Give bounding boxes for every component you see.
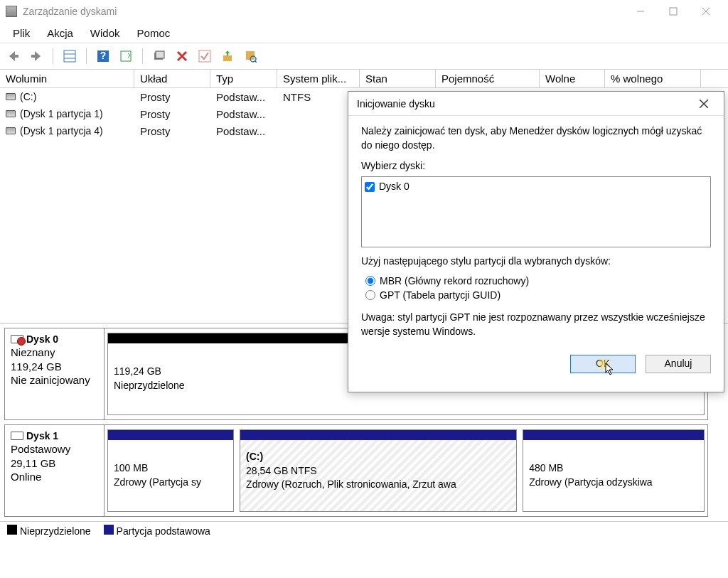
col-type[interactable]: Typ [210,70,277,87]
partition-bar [240,430,516,440]
svg-text:?: ? [100,50,107,61]
volume-icon [6,110,16,117]
svg-rect-1 [670,8,677,15]
disk-type: Nieznany [11,346,98,360]
cell-layout: Prosty [134,108,210,120]
partition[interactable]: 480 MB Zdrowy (Partycja odzyskiwa [523,429,705,512]
initialize-disk-dialog: Inicjowanie dysku Należy zainicjować ten… [348,91,724,392]
dialog-title-bar[interactable]: Inicjowanie dysku [348,92,724,116]
svg-rect-4 [14,55,18,58]
partition-size: 100 MB [114,461,228,476]
disk-size: 29,11 GB [11,456,98,471]
dialog-buttons: OK Anuluj [361,346,711,373]
col-volume[interactable]: Wolumin [0,70,134,87]
col-pct[interactable]: % wolnego [605,70,701,87]
disk-info: Dysk 0 Nieznany 119,24 GB Nie zainicjowa… [5,328,105,419]
mbr-option[interactable]: MBR (Główny rekord rozruchowy) [365,275,711,287]
cell-type: Podstaw... [210,125,277,137]
disk-select-list[interactable]: Dysk 0 [361,176,711,247]
minimize-button[interactable] [624,0,657,23]
col-layout[interactable]: Układ [134,70,210,87]
cell-type: Podstaw... [210,108,277,120]
dialog-note: Uwaga: styl partycji GPT nie jest rozpoz… [361,311,711,338]
col-free[interactable]: Wolne [540,70,605,87]
refresh-icon[interactable] [117,47,135,65]
title-bar: Zarządzanie dyskami [0,0,728,23]
partition-size: 480 MB [529,461,698,476]
check-icon[interactable] [196,47,214,65]
menu-help[interactable]: Pomoc [129,24,179,42]
disk-checkbox[interactable] [365,182,375,192]
table-icon[interactable] [60,47,79,65]
ok-button[interactable]: OK [570,355,636,373]
cell-layout: Prosty [134,91,210,103]
help-icon[interactable]: ? [94,47,112,65]
menu-action[interactable]: Akcja [38,24,82,42]
disk-select-label: Dysk 0 [379,180,410,194]
dialog-close-button[interactable] [692,92,715,115]
partition-style-label: Użyj następującego stylu partycji dla wy… [361,255,711,269]
select-disks-label: Wybierz dyski: [361,159,711,173]
dialog-title: Inicjowanie dysku [357,98,435,109]
disk-select-item[interactable]: Dysk 0 [365,180,707,194]
col-tail[interactable] [701,70,728,87]
disk-icon [11,335,23,343]
partition[interactable]: (C:) 28,54 GB NTFS Zdrowy (Rozruch, Plik… [240,429,517,512]
window-title: Zarządzanie dyskami [23,6,624,17]
partition-bar [108,430,233,440]
partition-bar [523,430,704,440]
cell-type: Podstaw... [210,91,277,103]
partition-label: (C:) [246,450,510,464]
cell-volume: (Dysk 1 partycja 4) [0,125,134,137]
partition-body: 100 MB Zdrowy (Partycja sy [108,440,233,511]
back-icon[interactable] [4,47,23,65]
attach-icon[interactable] [218,47,237,65]
gpt-option[interactable]: GPT (Tabela partycji GUID) [365,289,711,301]
partition-body: 480 MB Zdrowy (Partycja odzyskiwa [523,440,704,511]
svg-rect-6 [64,50,75,62]
cancel-label: Anuluj [665,357,692,371]
dialog-body: Należy zainicjować ten dysk, aby Menedże… [348,116,724,392]
partition[interactable]: 100 MB Zdrowy (Partycja sy [107,429,234,512]
legend-primary: Partycja podstawowa [117,525,210,537]
svg-line-20 [255,60,257,63]
maximize-button[interactable] [657,0,690,23]
volume-icon [6,127,16,134]
disk-row[interactable]: Dysk 1 Podstawowy 29,11 GB Online 100 MB… [4,424,708,517]
gpt-label: GPT (Tabela partycji GUID) [380,289,500,301]
mbr-radio[interactable] [365,276,375,286]
menu-file[interactable]: Plik [4,24,38,42]
disk-status: Nie zainicjowany [11,373,98,387]
legend-swatch-navy [104,525,114,535]
cell-volume: (C:) [0,91,134,102]
properties-icon[interactable] [150,47,168,65]
toolbar: ? [0,43,728,70]
dialog-message: Należy zainicjować ten dysk, aby Menedże… [361,124,711,152]
detach-icon[interactable] [241,47,259,65]
col-fs[interactable]: System plik... [277,70,360,87]
svg-rect-16 [199,50,210,62]
delete-icon[interactable] [173,47,191,65]
col-status[interactable]: Stan [360,70,436,87]
window-controls [624,0,722,23]
disk-name: Dysk 1 [26,429,58,442]
mbr-label: MBR (Główny rekord rozruchowy) [380,275,529,287]
disk-status: Online [11,470,98,484]
legend-swatch-black [7,525,17,535]
app-icon [6,6,17,17]
column-headers: Wolumin Układ Typ System plik... Stan Po… [0,70,728,88]
legend: Nieprzydzielone Partycja podstawowa [0,521,728,540]
svg-rect-13 [156,51,164,58]
disk-partitions: 100 MB Zdrowy (Partycja sy (C:) 28,54 GB… [105,425,707,516]
col-capacity[interactable]: Pojemność [436,70,540,87]
menu-view[interactable]: Widok [82,24,129,42]
partition-size: 28,54 GB NTFS [246,464,510,478]
partition-status: Zdrowy (Partycja sy [114,476,228,490]
gpt-radio[interactable] [365,290,375,300]
close-button[interactable] [690,0,722,23]
menu-bar: Plik Akcja Widok Pomoc [0,23,728,43]
forward-icon[interactable] [27,47,46,65]
legend-unalloc: Nieprzydzielone [20,525,91,537]
partition-body: (C:) 28,54 GB NTFS Zdrowy (Rozruch, Plik… [240,440,516,511]
cancel-button[interactable]: Anuluj [646,355,711,373]
